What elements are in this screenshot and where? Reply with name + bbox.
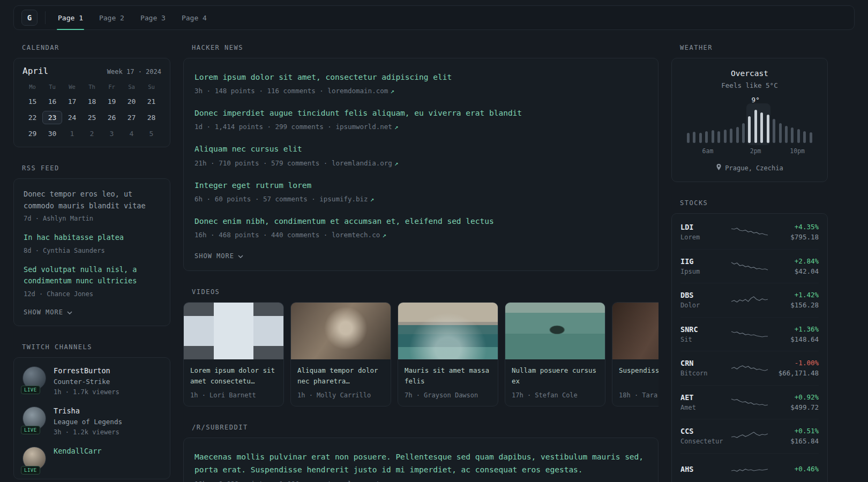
stock-sparkline — [728, 293, 772, 307]
video-thumbnail[interactable] — [291, 303, 391, 359]
source-domain[interactable]: ipsumworld.net — [335, 123, 392, 131]
source-domain[interactable]: ipsumify.biz — [319, 195, 368, 203]
calendar-day[interactable]: 30 — [42, 127, 62, 140]
calendar-day[interactable]: 3 — [102, 127, 122, 140]
video-thumbnail[interactable] — [612, 303, 659, 359]
stock-name: Amet — [680, 404, 728, 411]
section-title-calendar: CALENDAR — [22, 44, 170, 51]
stock-row[interactable]: AHS+0.46% — [680, 453, 819, 482]
rss-show-more-button[interactable]: SHOW MORE — [24, 308, 160, 316]
stock-id: SNRCSit — [680, 325, 728, 343]
calendar-day[interactable]: 26 — [102, 111, 122, 124]
stock-sparkline — [728, 327, 772, 341]
calendar-day[interactable]: 18 — [82, 95, 102, 108]
weather-card: Overcast Feels like 5°C 9° 6am2pm10pm Pr… — [671, 58, 828, 182]
twitch-channel[interactable]: LIVEKendallCarr — [23, 447, 161, 470]
calendar-day[interactable]: 27 — [122, 111, 141, 124]
video-thumbnail[interactable] — [398, 303, 498, 359]
calendar-day[interactable]: 5 — [141, 127, 161, 140]
stock-row[interactable]: SNRCSit+1.36%$148.64 — [680, 317, 819, 351]
hn-item-title[interactable]: Donec enim nibh, condimentum et accumsan… — [194, 215, 647, 228]
source-domain[interactable]: loremtech.co — [332, 231, 380, 239]
hn-item-title[interactable]: Donec imperdiet augue tincidunt felis al… — [194, 107, 647, 119]
rss-item-title[interactable]: Sed volutpat nulla nisl, a condimentum n… — [24, 264, 160, 287]
video-card[interactable]: Nullam posuere cursus ex17h · Stefan Col… — [505, 302, 605, 406]
source-domain[interactable]: loremdomain.com — [327, 87, 388, 95]
hn-item: Lorem ipsum dolor sit amet, consectetur … — [194, 71, 647, 95]
stock-price: $42.04 — [772, 267, 819, 275]
tab-page-3[interactable]: Page 3 — [132, 6, 174, 29]
weather-times: 6am2pm10pm — [687, 147, 812, 156]
twitch-channel[interactable]: LIVETrishaLeague of Legends3h · 1.2k vie… — [23, 406, 161, 436]
channel-name[interactable]: KendallCarr — [54, 447, 101, 455]
twitch-channel[interactable]: LIVEForrestBurtonCounter-Strike1h · 1.7k… — [23, 366, 161, 396]
calendar-day[interactable]: 24 — [62, 111, 82, 124]
channel-game: League of Legends — [54, 418, 122, 426]
calendar-day[interactable]: 29 — [23, 127, 42, 140]
calendar-day[interactable]: 16 — [42, 95, 62, 108]
calendar-day[interactable]: 25 — [82, 111, 102, 124]
chevron-down-icon — [67, 308, 72, 316]
stock-ticker: LDI — [680, 223, 728, 231]
rss-item-title[interactable]: In hac habitasse platea — [24, 232, 160, 244]
channel-name[interactable]: Trisha — [54, 406, 122, 415]
video-title[interactable]: Suspendisse diam — [619, 365, 659, 387]
calendar-day[interactable]: 15 — [23, 95, 42, 108]
calendar-day[interactable]: 1 — [62, 127, 82, 140]
channel-name[interactable]: ForrestBurton — [54, 366, 119, 375]
stock-row[interactable]: LDILorem+4.35%$795.18 — [680, 215, 819, 249]
video-card[interactable]: Mauris sit amet massa felis7h · Grayson … — [398, 302, 498, 406]
rss-list: Donec tempor eros leo, ut commodo mauris… — [24, 189, 160, 298]
app-logo[interactable]: G — [21, 10, 38, 26]
calendar-card: April Week 17 · 2024 MoTuWeThFrSaSu15161… — [13, 58, 170, 147]
stock-row[interactable]: AETAmet+0.92%$499.72 — [680, 385, 819, 419]
stock-change: +2.84% — [772, 257, 819, 265]
tab-page-4[interactable]: Page 4 — [174, 6, 215, 29]
calendar-day[interactable]: 22 — [23, 111, 42, 124]
calendar-day[interactable]: 2 — [82, 127, 102, 140]
stock-values: +0.46% — [772, 465, 819, 475]
external-link-icon: ↗ — [394, 123, 399, 131]
middle-column: HACKER NEWS Lorem ipsum dolor sit amet, … — [183, 44, 659, 482]
video-thumbnail[interactable] — [184, 303, 283, 359]
calendar-day[interactable]: 20 — [122, 95, 141, 108]
stock-row[interactable]: DBSDolor+1.42%$156.28 — [680, 283, 819, 317]
left-column: CALENDAR April Week 17 · 2024 MoTuWeThFr… — [13, 44, 170, 482]
video-title[interactable]: Aliquam tempor dolor nec pharetra… — [297, 365, 384, 387]
hn-item-title[interactable]: Lorem ipsum dolor sit amet, consectetur … — [194, 71, 647, 84]
video-thumbnail[interactable] — [505, 303, 605, 359]
calendar-day[interactable]: 21 — [141, 95, 161, 108]
calendar-day[interactable]: 17 — [62, 95, 82, 108]
stock-row[interactable]: CRNBitcorn-1.00%$66,171.48 — [680, 351, 819, 385]
video-title[interactable]: Nullam posuere cursus ex — [512, 365, 598, 387]
hn-show-more-button[interactable]: SHOW MORE — [194, 252, 647, 260]
calendar-section: CALENDAR April Week 17 · 2024 MoTuWeThFr… — [13, 44, 170, 147]
source-domain[interactable]: loremlandia.org — [332, 159, 392, 167]
reddit-item-title[interactable]: Maecenas mollis pulvinar erat non posuer… — [194, 451, 647, 477]
weather-location: Prague, Czechia — [716, 163, 783, 172]
calendar-day-selected[interactable]: 23 — [42, 111, 62, 124]
live-badge: LIVE — [21, 386, 40, 394]
video-card[interactable]: Aliquam tempor dolor nec pharetra…1h · M… — [290, 302, 391, 406]
video-info: Nullam posuere cursus ex17h · Stefan Col… — [505, 359, 605, 406]
video-title[interactable]: Mauris sit amet massa felis — [405, 365, 491, 387]
video-card[interactable]: Lorem ipsum dolor sit amet consectetu…1h… — [183, 302, 284, 406]
source-domain[interactable]: loremnet.xyz — [348, 480, 396, 482]
rss-item: In hac habitasse platea8d · Cynthia Saun… — [24, 232, 160, 254]
hn-item-title[interactable]: Aliquam nec cursus elit — [194, 143, 647, 155]
rss-item-title[interactable]: Donec tempor eros leo, ut commodo mauris… — [24, 189, 160, 212]
calendar-day[interactable]: 19 — [102, 95, 122, 108]
stock-row[interactable]: CCSConsectetur+0.51%$165.84 — [680, 419, 819, 453]
video-title[interactable]: Lorem ipsum dolor sit amet consectetu… — [190, 365, 277, 387]
calendar-day[interactable]: 4 — [122, 127, 141, 140]
tab-page-1[interactable]: Page 1 — [50, 6, 91, 29]
hn-item: Donec imperdiet augue tincidunt felis al… — [194, 107, 647, 131]
tab-page-2[interactable]: Page 2 — [91, 6, 132, 29]
calendar-day[interactable]: 28 — [141, 111, 161, 124]
stock-row[interactable]: IIGIpsum+2.84%$42.04 — [680, 249, 819, 283]
video-card[interactable]: Suspendisse diam18h · Tara — [612, 302, 659, 406]
stock-values: -1.00%$66,171.48 — [772, 359, 819, 377]
calendar-day-header: Fr — [102, 81, 122, 92]
hn-item-title[interactable]: Integer eget rutrum lorem — [194, 179, 647, 192]
time-label: 6am — [702, 147, 714, 155]
